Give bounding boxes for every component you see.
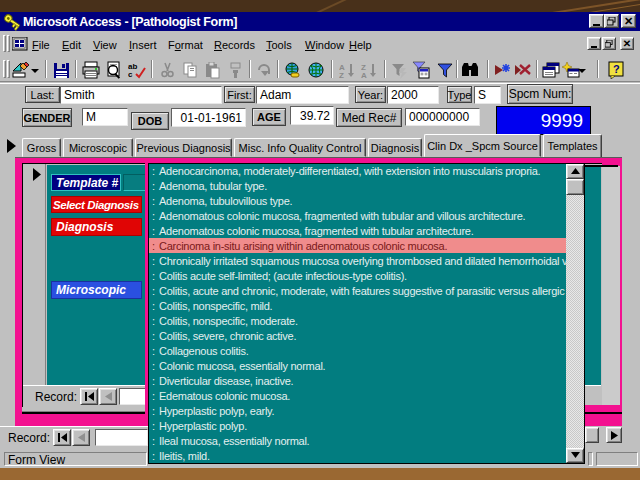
svg-text:c: c xyxy=(128,70,133,79)
svg-text:?: ? xyxy=(613,63,620,75)
svg-text:A: A xyxy=(361,71,367,79)
svg-text:Z: Z xyxy=(339,71,344,79)
